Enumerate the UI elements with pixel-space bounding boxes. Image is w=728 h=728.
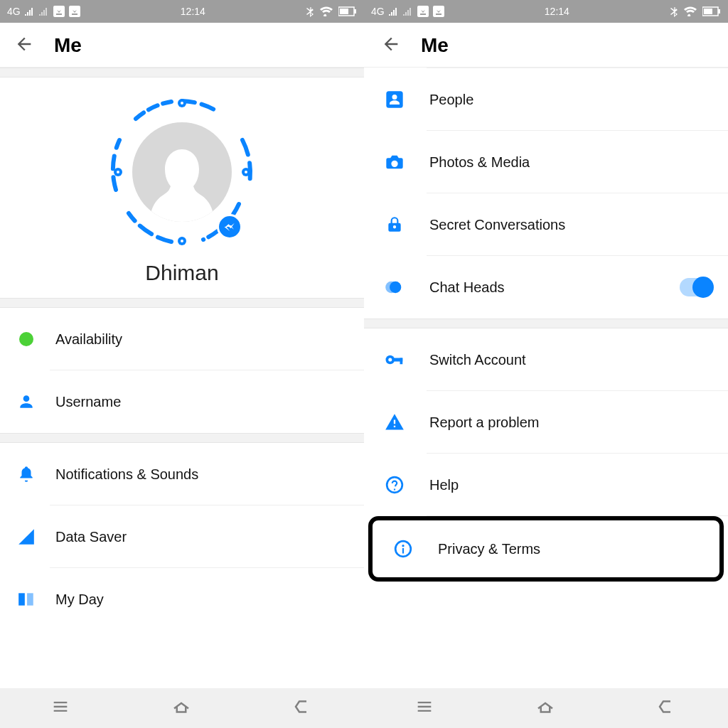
nav-back-icon[interactable]: [656, 696, 678, 720]
back-icon[interactable]: [381, 34, 401, 57]
menu-item-people[interactable]: People: [364, 68, 728, 131]
menu-item-notifications[interactable]: Notifications & Sounds: [0, 443, 364, 505]
signal-icon: [389, 7, 399, 16]
nav-menu-icon[interactable]: [50, 697, 70, 719]
svg-rect-14: [704, 9, 712, 14]
menu-label: Privacy & Terms: [438, 541, 540, 557]
download-icon: [69, 6, 80, 17]
profile-name: Dhiman: [145, 261, 218, 285]
status-time: 12:14: [545, 6, 569, 17]
chat-heads-toggle[interactable]: [680, 278, 712, 296]
lock-icon: [384, 214, 405, 235]
menu-item-chat-heads[interactable]: Chat Heads: [364, 256, 728, 318]
svg-rect-1: [340, 9, 348, 14]
menu-label: Username: [55, 394, 121, 410]
svg-rect-22: [400, 358, 403, 365]
svg-rect-2: [354, 9, 356, 14]
person-icon: [16, 391, 37, 412]
menu-label: My Day: [55, 592, 104, 608]
menu-item-data-saver[interactable]: Data Saver: [0, 505, 364, 568]
app-header: Me: [364, 23, 728, 67]
menu-label: Report a problem: [429, 414, 540, 431]
warning-icon: [384, 412, 405, 433]
svg-rect-15: [718, 9, 720, 14]
network-label: 4G: [371, 6, 385, 17]
wifi-icon: [320, 6, 333, 16]
signal-icon: [25, 7, 35, 16]
menu-item-photos[interactable]: Photos & Media: [364, 131, 728, 193]
menu-label: Switch Account: [429, 352, 526, 368]
back-icon[interactable]: [14, 34, 34, 57]
app-header: Me: [0, 23, 364, 67]
my-day-icon: [16, 589, 37, 610]
menu-label: Help: [429, 477, 459, 493]
bluetooth-icon: [306, 6, 314, 17]
nav-bar: [364, 688, 728, 728]
svg-rect-12: [27, 593, 33, 605]
nav-menu-icon[interactable]: [414, 697, 434, 719]
svg-point-10: [181, 240, 183, 242]
battery-icon: [702, 6, 721, 16]
status-bar: 4G 12:14: [0, 0, 364, 23]
signal-icon-2: [39, 7, 49, 16]
download-icon: [433, 6, 444, 17]
menu-item-secret[interactable]: Secret Conversations: [364, 193, 728, 256]
svg-point-8: [117, 171, 119, 173]
people-icon: [384, 89, 405, 110]
svg-point-20: [388, 358, 392, 362]
wifi-icon: [684, 6, 697, 16]
svg-point-18: [390, 282, 401, 293]
menu-item-report[interactable]: Report a problem: [364, 391, 728, 454]
download-icon: [53, 6, 65, 17]
data-saver-icon: [16, 526, 37, 547]
bell-icon: [16, 464, 37, 485]
menu-item-help[interactable]: Help: [364, 454, 728, 516]
menu-item-username[interactable]: Username: [0, 370, 364, 433]
nav-home-icon[interactable]: [535, 696, 556, 720]
page-title: Me: [54, 34, 82, 57]
highlighted-privacy-terms: Privacy & Terms: [368, 516, 724, 582]
svg-rect-11: [18, 593, 25, 605]
menu-item-availability[interactable]: Availability: [0, 308, 364, 370]
signal-icon-2: [403, 7, 413, 16]
nav-home-icon[interactable]: [171, 696, 192, 720]
download-icon: [417, 6, 429, 17]
menu-item-privacy[interactable]: Privacy & Terms: [373, 520, 719, 577]
profile-scan-code[interactable]: Dhiman: [0, 77, 364, 298]
menu-label: People: [429, 92, 473, 108]
menu-item-switch-account[interactable]: Switch Account: [364, 328, 728, 391]
availability-icon: [16, 328, 37, 350]
info-icon: [392, 538, 414, 560]
menu-label: Availability: [55, 331, 122, 348]
menu-label: Secret Conversations: [429, 217, 565, 233]
key-icon: [384, 349, 405, 370]
svg-rect-26: [402, 548, 404, 554]
battery-icon: [338, 6, 357, 16]
screen-left: 4G 12:14 Me: [0, 0, 364, 728]
camera-icon: [384, 151, 405, 173]
svg-point-25: [402, 545, 404, 547]
avatar: [132, 122, 232, 222]
status-bar: 4G 12:14: [364, 0, 728, 23]
status-time: 12:14: [181, 6, 205, 17]
page-title: Me: [421, 34, 449, 57]
menu-label: Data Saver: [55, 529, 127, 545]
menu-label: Notifications & Sounds: [55, 466, 198, 483]
screen-right: 4G 12:14 Me People Photos & Media: [364, 0, 728, 728]
network-label: 4G: [7, 6, 21, 17]
menu-item-my-day[interactable]: My Day: [0, 568, 364, 631]
svg-point-4: [181, 102, 183, 105]
menu-label: Photos & Media: [429, 154, 530, 171]
menu-label: Chat Heads: [429, 279, 505, 296]
svg-point-6: [245, 171, 247, 173]
nav-bar: [0, 688, 364, 728]
bluetooth-icon: [670, 6, 678, 17]
messenger-icon: [217, 214, 242, 240]
chat-heads-icon: [384, 277, 405, 298]
help-icon: [384, 474, 405, 496]
nav-back-icon[interactable]: [292, 696, 314, 720]
